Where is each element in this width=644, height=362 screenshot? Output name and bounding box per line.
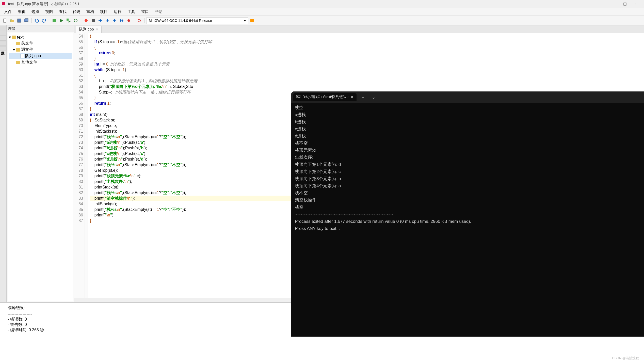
menu-window[interactable]: 窗口 — [138, 8, 152, 15]
undo-button[interactable] — [34, 18, 40, 24]
tree-others[interactable]: 其他文件 — [9, 59, 72, 66]
app-icon — [2, 2, 6, 6]
step-out-button[interactable] — [111, 18, 118, 24]
continue-button[interactable] — [119, 18, 125, 24]
menu-code[interactable]: 代码 — [70, 8, 83, 15]
console-line: 栈顶向下第1个元素为: d — [295, 161, 640, 168]
console-tab[interactable]: D:\小熊猫C++\text\队列链队.‹ ✕ — [293, 93, 357, 101]
menu-view[interactable]: 视图 — [42, 8, 56, 15]
new-tab-button[interactable]: ＋ — [359, 93, 367, 101]
code-line[interactable]: { — [90, 34, 642, 39]
project-panel: 理器 ▾ text 头文件 ▾ 源文件 队列.cpp — [7, 25, 74, 302]
menu-edit[interactable]: 编辑 — [15, 8, 28, 15]
breakpoint-toggle-button[interactable] — [136, 18, 142, 24]
title-bar: text - 队列.cpp [正在运行] - 小熊猫C++ 2.25.1 — [0, 0, 644, 8]
console-line: 栈顶向下第4个元素为: a — [295, 182, 640, 190]
compiler-settings-button[interactable] — [249, 18, 255, 24]
project-tree[interactable]: ▾ text 头文件 ▾ 源文件 队列.cpp 其他文件 — [8, 33, 73, 301]
console-window: D:\小熊猫C++\text\队列链队.‹ ✕ ＋ ⌄ 栈空a进栈b进栈c进栈d… — [291, 91, 644, 337]
menu-run[interactable]: 运行 — [111, 8, 124, 15]
fold-gutter[interactable] — [85, 33, 88, 298]
new-file-button[interactable] — [2, 18, 8, 24]
console-line: d进栈 — [295, 133, 640, 140]
side-tab-project[interactable]: 项目 — [0, 31, 6, 36]
console-line: 栈顶元素:d — [295, 147, 640, 154]
side-tab-watch[interactable]: 监视 — [0, 36, 6, 41]
svg-rect-12 — [92, 19, 95, 22]
code-line[interactable]: } — [90, 56, 642, 61]
code-line[interactable]: while (S.top!= -1) — [90, 67, 642, 73]
code-line[interactable]: if (S.top == -1)//当栈顶指针指向-1，说明栈空，无栈元素可供打… — [90, 39, 642, 45]
compile-button[interactable] — [51, 18, 57, 24]
tree-headers[interactable]: 头文件 — [9, 40, 72, 46]
svg-point-13 — [127, 19, 130, 22]
watermark: CSDN @清溪沈默 — [612, 356, 639, 360]
tree-src-file[interactable]: 队列.cpp — [9, 53, 72, 59]
open-button[interactable] — [9, 18, 15, 24]
step-into-button[interactable] — [104, 18, 110, 24]
svg-rect-5 — [18, 19, 21, 22]
code-line[interactable]: { — [90, 73, 642, 78]
code-line[interactable]: printf("栈顶向下第%d个元素为: %c\n", i, S.data[S.… — [90, 84, 642, 89]
compile-run-button[interactable] — [66, 18, 72, 24]
run-button[interactable] — [58, 18, 65, 24]
console-line: Press ANY key to exit... — [295, 225, 640, 232]
close-icon[interactable]: ✕ — [96, 28, 98, 31]
maximize-button[interactable] — [619, 0, 631, 8]
toolbar-separator — [134, 18, 134, 23]
tree-sources[interactable]: ▾ 源文件 — [9, 46, 72, 53]
close-button[interactable] — [631, 0, 642, 8]
menu-tools[interactable]: 工具 — [124, 8, 138, 15]
save-all-button[interactable] — [23, 18, 29, 24]
code-line[interactable]: return 0; — [90, 50, 642, 56]
toolbar-separator — [144, 18, 144, 23]
step-over-button[interactable] — [97, 18, 103, 24]
close-icon[interactable]: ✕ — [350, 95, 353, 99]
tree-sources-label: 源文件 — [21, 47, 33, 52]
panel-title: 理器 — [8, 26, 15, 31]
tree-src-file-label: 队列.cpp — [25, 53, 41, 59]
menu-help[interactable]: 帮助 — [152, 8, 166, 15]
rebuild-button[interactable] — [73, 18, 79, 24]
redo-button[interactable] — [41, 18, 47, 24]
menu-refactor[interactable]: 重构 — [83, 8, 97, 15]
console-line: 栈空 — [295, 204, 640, 211]
side-tab-struct[interactable]: 结构 — [0, 41, 6, 46]
tab-label: 队列.cpp — [79, 27, 94, 32]
console-tab-title: D:\小熊猫C++\text\队列链队.‹ — [302, 95, 348, 99]
console-line: ~~~~~~~~~~~~~~~~~~~~~~~~~~~~~~~~~~~~~~~ — [295, 211, 640, 218]
compiler-label: MinGW-w64 GCC 11.4.0 64-bit Release — [149, 19, 212, 23]
code-line[interactable]: int i = 0; //计数器，记录当前是第几个元素 — [90, 61, 642, 67]
console-line: 栈不空 — [295, 190, 640, 197]
save-button[interactable] — [16, 18, 22, 24]
minimize-button[interactable] — [608, 0, 619, 8]
side-tab-files[interactable]: 文件 — [0, 26, 6, 30]
menu-find[interactable]: 查找 — [56, 8, 70, 15]
terminal-icon — [296, 95, 300, 99]
side-tab-problem[interactable]: 试题集 — [0, 46, 6, 51]
line-number-gutter: 5455565758596061626364656667686970717273… — [74, 33, 85, 298]
breakpoint-button[interactable] — [126, 18, 132, 24]
tab-menu-button[interactable]: ⌄ — [369, 93, 378, 101]
tree-headers-label: 头文件 — [21, 41, 33, 46]
console-line: c进栈 — [295, 125, 640, 133]
console-titlebar[interactable]: D:\小熊猫C++\text\队列链队.‹ ✕ ＋ ⌄ — [291, 91, 644, 103]
project-panel-header: 理器 — [7, 25, 74, 32]
code-line[interactable]: i++; //栈顶指针还未到-1，则说明当前栈顶指针有元素 — [90, 78, 642, 84]
svg-point-10 — [74, 19, 77, 22]
file-icon — [21, 54, 24, 58]
code-line[interactable]: { — [90, 45, 642, 50]
menu-project[interactable]: 项目 — [97, 8, 111, 15]
chevron-down-icon: ▾ — [244, 19, 246, 23]
stop-button[interactable] — [90, 18, 96, 24]
debug-button[interactable] — [83, 18, 89, 24]
editor-tabs: 队列.cpp ✕ — [74, 25, 644, 33]
menu-select[interactable]: 选择 — [28, 8, 42, 15]
tree-root[interactable]: ▾ text — [9, 34, 72, 40]
console-body[interactable]: 栈空a进栈b进栈c进栈d进栈栈不空栈顶元素:d出栈次序:栈顶向下第1个元素为: … — [291, 103, 644, 234]
svg-rect-4 — [4, 19, 6, 22]
tab-queue-cpp[interactable]: 队列.cpp ✕ — [76, 26, 102, 33]
menu-file[interactable]: 文件 — [1, 8, 15, 15]
folder-icon — [16, 61, 20, 64]
compiler-selector[interactable]: MinGW-w64 GCC 11.4.0 64-bit Release ▾ — [147, 17, 248, 24]
